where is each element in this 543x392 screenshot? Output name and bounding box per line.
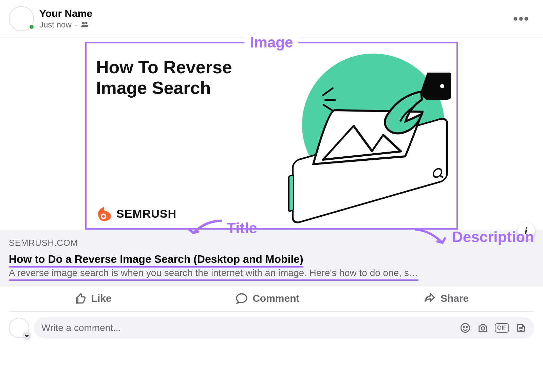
link-preview-image-wrap: Image How To Reverse Image Search — [0, 38, 543, 230]
like-label: Like — [91, 293, 112, 304]
info-button[interactable]: i — [517, 222, 535, 240]
audience-friends-icon[interactable] — [80, 20, 89, 29]
svg-point-5 — [463, 327, 464, 328]
camera-icon[interactable] — [477, 322, 489, 334]
preview-illustration — [272, 54, 447, 196]
comment-label: Comment — [252, 293, 299, 304]
illustration-hand — [376, 71, 451, 138]
comment-row: GIF — [0, 312, 543, 345]
preview-image-frame[interactable]: Image How To Reverse Image Search — [85, 42, 458, 230]
link-title: How to Do a Reverse Image Search (Deskto… — [9, 253, 303, 268]
semrush-logo-icon — [96, 206, 112, 221]
svg-point-1 — [440, 84, 444, 88]
svg-point-9 — [521, 328, 522, 329]
comment-button[interactable]: Comment — [236, 292, 299, 305]
emoji-icon[interactable] — [460, 322, 471, 334]
svg-point-3 — [102, 215, 105, 218]
more-options-button[interactable]: ••• — [508, 11, 535, 26]
share-label: Share — [441, 293, 469, 304]
preview-headline: How To Reverse Image Search — [96, 54, 272, 99]
comment-input[interactable] — [41, 322, 460, 333]
chevron-down-icon — [24, 333, 29, 338]
comment-avatar-wrap[interactable] — [9, 318, 29, 338]
gif-icon[interactable]: GIF — [495, 323, 509, 333]
post-card: Your Name Just now · ••• Image How To Re… — [0, 0, 543, 345]
avatar-wrap[interactable] — [9, 6, 34, 31]
comment-input-icons: GIF — [460, 322, 527, 334]
comment-input-wrap[interactable]: GIF — [34, 317, 534, 338]
like-icon — [74, 292, 87, 305]
svg-point-6 — [466, 327, 467, 328]
preview-headline-line1: How To Reverse — [96, 57, 232, 77]
post-meta: Just now · — [39, 20, 508, 30]
preview-image-content: How To Reverse Image Search — [87, 54, 456, 196]
svg-point-8 — [520, 328, 521, 329]
preview-headline-line2: Image Search — [96, 78, 211, 98]
online-status-icon — [29, 24, 35, 30]
brand-text: SEMRUSH — [116, 207, 176, 220]
share-button[interactable]: Share — [424, 292, 469, 305]
post-header: Your Name Just now · ••• — [0, 0, 543, 38]
separator: · — [75, 20, 77, 30]
svg-point-4 — [461, 324, 470, 332]
name-block: Your Name Just now · — [39, 8, 508, 30]
comment-icon — [236, 292, 248, 305]
annotation-image-label: Image — [244, 34, 298, 51]
sticker-icon[interactable] — [515, 322, 527, 334]
user-name[interactable]: Your Name — [39, 8, 508, 19]
timestamp[interactable]: Just now — [39, 20, 72, 30]
like-button[interactable]: Like — [74, 292, 112, 305]
share-icon — [424, 292, 436, 305]
magnifier-icon — [433, 167, 442, 179]
brand-row: SEMRUSH — [87, 206, 456, 221]
switch-account-button[interactable] — [22, 331, 31, 340]
link-description: A reverse image search is when you searc… — [9, 268, 418, 281]
link-card[interactable]: i Title Description SEMRUSH.COM How to D… — [0, 230, 543, 286]
link-domain: SEMRUSH.COM — [9, 238, 534, 248]
svg-point-7 — [481, 327, 485, 330]
post-actions: Like Comment Share — [9, 286, 534, 312]
